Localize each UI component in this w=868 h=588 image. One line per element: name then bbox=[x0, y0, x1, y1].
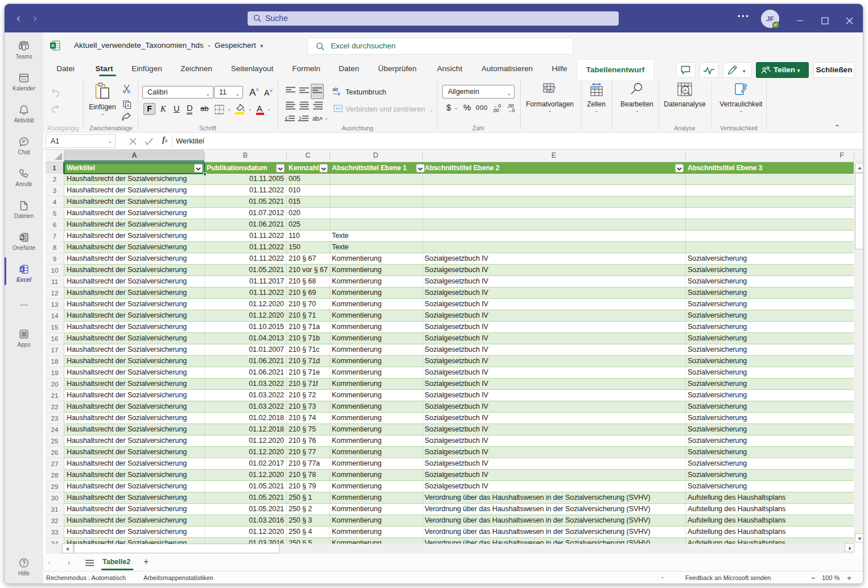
svg-text:,00: ,00 bbox=[492, 108, 499, 113]
svg-text:ab: ab bbox=[332, 87, 338, 92]
svg-text:→0: →0 bbox=[507, 108, 515, 113]
svg-text:ab: ab bbox=[312, 116, 319, 122]
